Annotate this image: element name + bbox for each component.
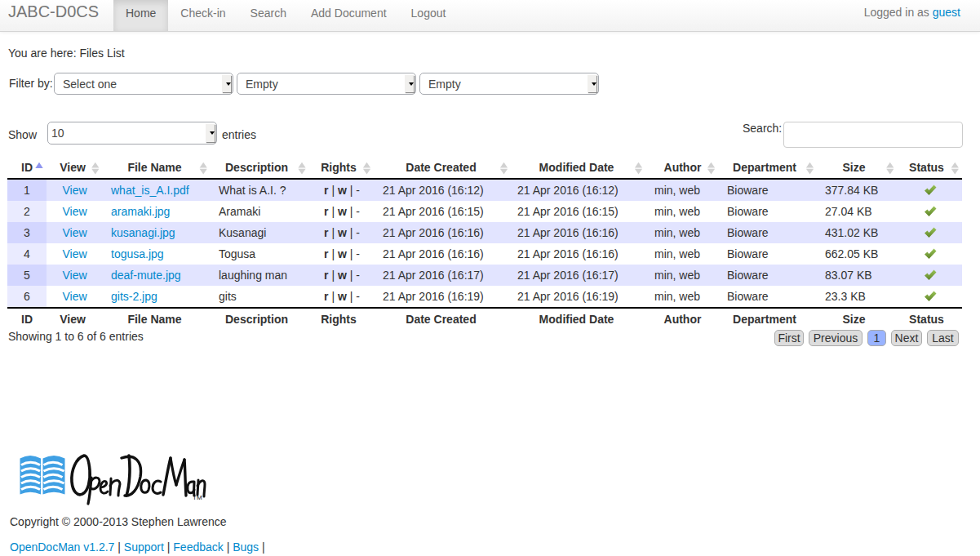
svg-text:TM: TM bbox=[193, 494, 202, 501]
